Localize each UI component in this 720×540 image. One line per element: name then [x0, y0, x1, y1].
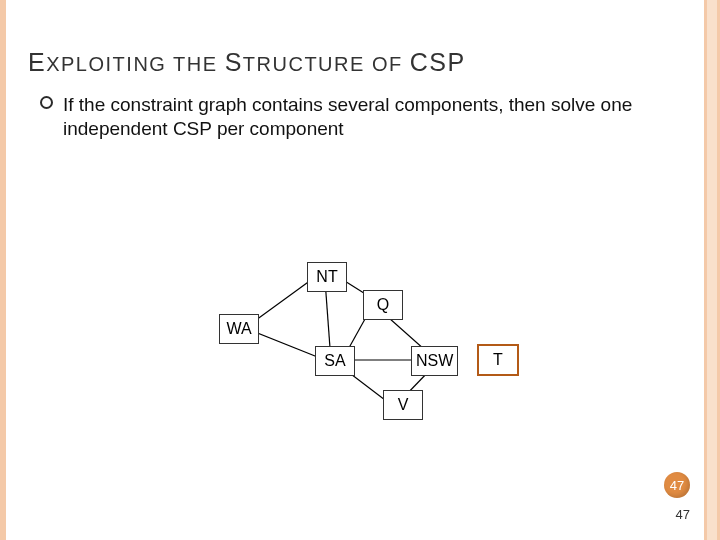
node-sa: SA: [315, 346, 355, 376]
body-text: If the constraint graph contains several…: [63, 93, 640, 142]
constraint-graph: NT Q WA SA NSW T V: [215, 260, 535, 430]
node-t: T: [477, 344, 519, 376]
node-v: V: [383, 390, 423, 420]
ring-icon: [40, 96, 53, 109]
title-frag: CSP: [410, 48, 466, 76]
title-frag: TRUCTURE OF: [243, 53, 410, 75]
right-accent-band-inner: [707, 0, 717, 540]
title-frag: E: [28, 48, 46, 76]
node-wa: WA: [219, 314, 259, 344]
page-badge: 47: [664, 472, 690, 498]
slide-title: EXPLOITING THE STRUCTURE OF CSP: [28, 48, 466, 77]
node-nt: NT: [307, 262, 347, 292]
left-accent-band: [0, 0, 6, 540]
title-frag: S: [225, 48, 243, 76]
node-nsw: NSW: [411, 346, 458, 376]
bullet-icon: [40, 92, 63, 114]
node-q: Q: [363, 290, 403, 320]
title-frag: XPLOITING THE: [46, 53, 224, 75]
page-number: 47: [676, 507, 690, 522]
slide: EXPLOITING THE STRUCTURE OF CSP If the c…: [0, 0, 720, 540]
